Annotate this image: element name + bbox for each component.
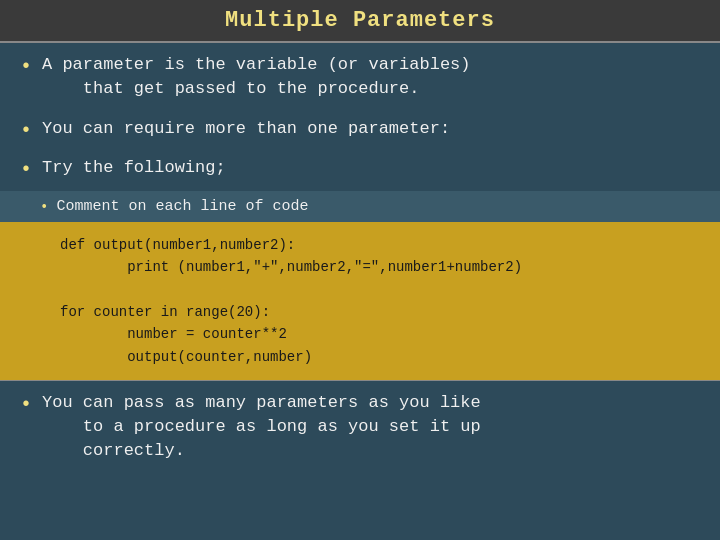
title-bar: Multiple Parameters xyxy=(0,0,720,43)
bullet-dot-2: • xyxy=(20,119,32,142)
sub-bullet-text: Comment on each line of code xyxy=(56,196,308,217)
bullet-item-3: • Try the following; xyxy=(20,156,700,181)
bottom-bullet-text: You can pass as many parameters as you l… xyxy=(42,391,481,462)
bullet-dot-3: • xyxy=(20,158,32,181)
bullet-text-1: A parameter is the variable (or variable… xyxy=(42,53,470,101)
bullet-section-2: • You can require more than one paramete… xyxy=(0,113,720,152)
bottom-bullet-item: • You can pass as many parameters as you… xyxy=(20,391,700,462)
bullet-text-3: Try the following; xyxy=(42,156,226,180)
bullet-item-2: • You can require more than one paramete… xyxy=(20,117,700,142)
sub-bullet-item: • Comment on each line of code xyxy=(40,196,700,217)
code-section: def output(number1,number2): print (numb… xyxy=(0,222,720,380)
bottom-bullet-dot: • xyxy=(20,393,32,416)
bottom-bullet-section: • You can pass as many parameters as you… xyxy=(0,381,720,540)
bullet-text-2: You can require more than one parameter: xyxy=(42,117,450,141)
page-title: Multiple Parameters xyxy=(225,8,495,33)
bullet-section-3: • Try the following; xyxy=(0,152,720,191)
sub-bullet-dot: • xyxy=(40,199,48,215)
code-text: def output(number1,number2): print (numb… xyxy=(60,234,680,368)
page-container: Multiple Parameters • A parameter is the… xyxy=(0,0,720,540)
bullet-dot-1: • xyxy=(20,55,32,78)
content-area: • A parameter is the variable (or variab… xyxy=(0,43,720,540)
bullet-item-1: • A parameter is the variable (or variab… xyxy=(20,53,700,101)
bullet-section-1: • A parameter is the variable (or variab… xyxy=(0,43,720,113)
sub-bullet-section: • Comment on each line of code xyxy=(0,191,720,222)
